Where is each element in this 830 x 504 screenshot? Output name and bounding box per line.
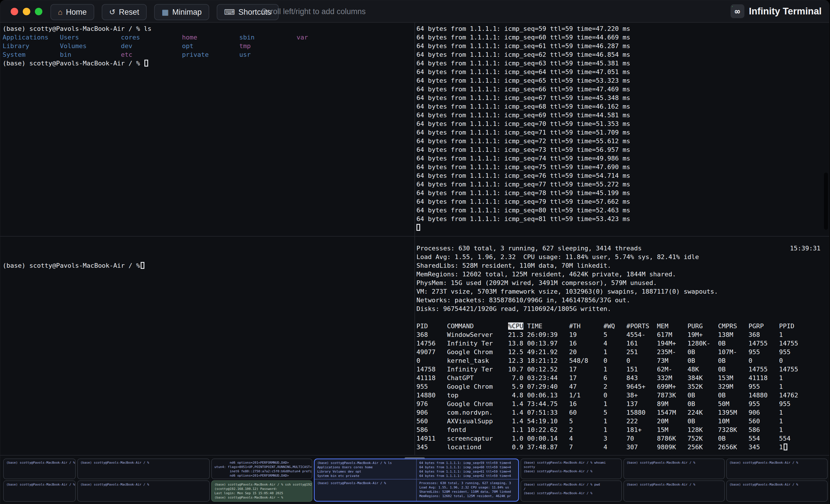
terminal-pane-top[interactable]: 15:39:31 Processes: 630 total, 3 running… bbox=[416, 244, 829, 451]
minimap-line: (base) scotty@Pavols-MacBook-Air / % bbox=[317, 481, 414, 485]
ping-line: 64 bytes from 1.1.1.1: icmp_seq=64 ttl=5… bbox=[416, 68, 829, 76]
close-button[interactable] bbox=[11, 8, 18, 15]
sort-column-cpu[interactable]: %CPU bbox=[508, 322, 523, 330]
process-row: 906 com.nordvpn. 1.4 07:51:33 60 5 15880… bbox=[416, 408, 829, 417]
prompt-line: (base) scotty@Pavols-MacBook-Air / % bbox=[3, 59, 412, 68]
terminal-cursor bbox=[784, 443, 787, 450]
minimap-line: 64 bytes from 1.1.1.1: icmp_seq=61 ttl=5… bbox=[419, 469, 516, 474]
process-row: 586 fontd 1.1 10:22.62 2 1 181+ 15M 128K… bbox=[416, 426, 829, 434]
blank-line bbox=[416, 313, 829, 322]
minimap-pane[interactable]: Processes: 630 total, 3 running, 627 sle… bbox=[417, 479, 518, 500]
ping-line: 64 bytes from 1.1.1.1: icmp_seq=69 ttl=5… bbox=[416, 111, 829, 120]
shortcuts-icon: ⌨ bbox=[224, 8, 235, 17]
right-row-divider[interactable] bbox=[415, 236, 829, 237]
brand: › ∞ Infinity Terminal bbox=[731, 4, 822, 18]
reset-button[interactable]: ↺Reset bbox=[102, 4, 147, 20]
minimap-line: (base) scotty@Pavols-MacBook-Air / % bbox=[81, 461, 206, 465]
minimap-line: (base) scotty@Pavols-MacBook-Air / % bbox=[729, 461, 825, 465]
toolbar-buttons: ⌂Home↺Reset▦Minimap⌨Shortcuts bbox=[51, 4, 279, 20]
minimap-column: (base) scotty@Pavols-MacBook-Air / % who… bbox=[520, 459, 622, 502]
minimap-line: nd6 options=201<PERFORMNUD,DAD> bbox=[215, 473, 309, 478]
top-clock: 15:39:31 bbox=[790, 244, 821, 253]
minimap-pane[interactable]: (base) scotty@Pavols-MacBook-Air / % bbox=[726, 480, 828, 502]
header-left: PID COMMAND bbox=[416, 322, 508, 330]
ls-entry-bin: bin bbox=[60, 51, 121, 58]
toolbar: ⌂Home↺Reset▦Minimap⌨Shortcuts Scroll lef… bbox=[0, 0, 829, 23]
left-row-divider[interactable] bbox=[0, 236, 414, 237]
minimap-line: Library Volumes dev opt bbox=[317, 469, 414, 474]
minimap-pane[interactable]: (base) scotty@Pavols-MacBook-Air / % pwd… bbox=[520, 480, 622, 502]
process-row: 14880 top 4.8 00:06.13 1/1 0 38+ 7873K 0… bbox=[416, 391, 829, 400]
minimize-button[interactable] bbox=[23, 8, 30, 15]
ls-entry-Applications: Applications bbox=[3, 34, 60, 41]
home-label: Home bbox=[66, 8, 87, 17]
process-table-header[interactable]: PID COMMAND %CPU TIME #TH #WQ #PORTS MEM… bbox=[416, 322, 829, 330]
minimap-label: Minimap bbox=[172, 8, 202, 17]
terminal-cursor bbox=[416, 224, 420, 231]
minimap-pane[interactable]: (base) scotty@Pavols-MacBook-Air / % bbox=[3, 459, 76, 479]
minimap-pane[interactable]: nd6 options=201<PERFORMNUD,DAD>utun4: fl… bbox=[211, 459, 312, 479]
minimap-line: Last login: Mon Sep 15 15:05:40 2025 bbox=[215, 491, 309, 495]
minimap-pane[interactable]: (base) scotty@Pavols-MacBook-Air / % bbox=[726, 459, 828, 479]
ping-line: 64 bytes from 1.1.1.1: icmp_seq=73 ttl=5… bbox=[416, 146, 829, 154]
home-button[interactable]: ⌂Home bbox=[51, 4, 94, 20]
scrollbar-thumb[interactable] bbox=[824, 172, 828, 230]
zoom-button[interactable] bbox=[35, 8, 42, 15]
minimap-pane[interactable]: (base) scotty@Pavols-MacBook-Air / % bbox=[77, 459, 210, 479]
prompt-text: (base) scotty@Pavols-MacBook-Air / % bbox=[3, 262, 140, 269]
top-summary-line: Processes: 630 total, 3 running, 627 sle… bbox=[416, 244, 829, 253]
ping-line: 64 bytes from 1.1.1.1: icmp_seq=70 ttl=5… bbox=[416, 120, 829, 128]
ls-entry-Library: Library bbox=[3, 42, 60, 50]
minimap-line: (base) scotty@Pavols-MacBook-Air / % bbox=[6, 482, 73, 487]
minimap-pane[interactable]: (base) scotty@Pavols-MacBook-Air / % bbox=[77, 480, 210, 502]
minimap-pane[interactable]: (base) scotty@Pavols-MacBook-Air / % bbox=[624, 480, 725, 502]
minimap-column: (base) scotty@Pavols-MacBook-Air / %(bas… bbox=[624, 459, 725, 502]
ping-line: 64 bytes from 1.1.1.1: icmp_seq=68 ttl=5… bbox=[416, 102, 829, 111]
ping-line: 64 bytes from 1.1.1.1: icmp_seq=59 ttl=5… bbox=[416, 25, 829, 33]
ping-line: 64 bytes from 1.1.1.1: icmp_seq=66 ttl=5… bbox=[416, 85, 829, 94]
scroll-hint: Scroll left/right to add columns bbox=[261, 7, 366, 16]
ping-line: 64 bytes from 1.1.1.1: icmp_seq=71 ttl=5… bbox=[416, 128, 829, 137]
minimap-line: (base) scotty@Pavols-MacBook-Air / % who… bbox=[524, 461, 619, 465]
ping-line: 64 bytes from 1.1.1.1: icmp_seq=60 ttl=5… bbox=[416, 33, 829, 42]
minimap-pane[interactable]: (base) scotty@Pavols-MacBook-Air / % who… bbox=[520, 459, 622, 479]
process-row: 41118 ChatGPT 7.0 03:23:44 17 6 843 332M… bbox=[416, 374, 829, 382]
minimap-column: (base) scotty@Pavols-MacBook-Air / %(bas… bbox=[77, 459, 210, 502]
ls-entry-cores: cores bbox=[121, 34, 182, 41]
terminal-pane-idle[interactable]: (base) scotty@Pavols-MacBook-Air / % bbox=[3, 244, 412, 287]
minimap-pane[interactable]: (base) scotty@Pavols-MacBook-Air / % ssh… bbox=[211, 480, 312, 502]
top-summary-line: MemRegions: 12602 total, 125M resident, … bbox=[416, 270, 829, 279]
minimap-line: (base) scotty@Pavols-MacBook-Air / % bbox=[627, 461, 722, 465]
minimap-pane[interactable]: 64 bytes from 1.1.1.1: icmp_seq=59 ttl=5… bbox=[417, 459, 518, 479]
minimap-active-group[interactable]: (base) scotty@Pavols-MacBook-Air / % lsA… bbox=[314, 459, 519, 502]
ping-line: 64 bytes from 1.1.1.1: icmp_seq=80 ttl=5… bbox=[416, 206, 829, 215]
minimap-pane[interactable]: (base) scotty@Pavols-MacBook-Air / % bbox=[624, 459, 725, 479]
ping-line: 64 bytes from 1.1.1.1: icmp_seq=63 ttl=5… bbox=[416, 59, 829, 68]
minimap-line: Load Avg: 1.55, 1.96, 2.32 CPU usage: 11… bbox=[419, 485, 516, 490]
ls-row: Applications Users cores home sbin var bbox=[3, 33, 412, 42]
terminal-cursor bbox=[145, 60, 148, 67]
minimap-icon: ▦ bbox=[162, 8, 169, 17]
minimap-pane[interactable]: (base) scotty@Pavols-MacBook-Air / % bbox=[3, 480, 76, 502]
minimap-line: (base) scotty@Pavols-MacBook-Air / % ls bbox=[317, 461, 414, 465]
minimap-pane[interactable]: (base) scotty@Pavols-MacBook-Air / % lsA… bbox=[315, 459, 416, 479]
infinity-terminal-window: ⌂Home↺Reset▦Minimap⌨Shortcuts Scroll lef… bbox=[0, 0, 829, 504]
process-row: 14756 Infinity Ter 13.8 00:13.97 16 4 16… bbox=[416, 339, 829, 348]
ls-entry-etc: etc bbox=[121, 51, 182, 58]
ls-row: System bin etc private usr bbox=[3, 51, 412, 59]
column-divider[interactable] bbox=[414, 23, 415, 455]
minimap-button[interactable]: ▦Minimap bbox=[154, 4, 209, 20]
ping-line: 64 bytes from 1.1.1.1: icmp_seq=74 ttl=5… bbox=[416, 154, 829, 163]
home-icon: ⌂ bbox=[58, 8, 63, 17]
top-summary-line: Disks: 96754421/1920G read, 71106924/180… bbox=[416, 305, 829, 313]
terminal-pane-ls[interactable]: (base) scotty@Pavols-MacBook-Air / % lsA… bbox=[3, 25, 412, 68]
minimap-active-column: (base) scotty@Pavols-MacBook-Air / % lsA… bbox=[315, 459, 416, 501]
minimap-columns: (base) scotty@Pavols-MacBook-Air / %(bas… bbox=[3, 459, 828, 502]
minimap-line: (scotty@192.168.100.12) Password: bbox=[215, 487, 309, 491]
terminal-pane-ping[interactable]: 64 bytes from 1.1.1.1: icmp_seq=59 ttl=5… bbox=[416, 25, 829, 232]
minimap-active-column: 64 bytes from 1.1.1.1: icmp_seq=59 ttl=5… bbox=[416, 459, 518, 501]
prompt-text: (base) scotty@Pavols-MacBook-Air / % bbox=[3, 60, 144, 67]
minimap-line: Processes: 630 total, 3 running, 627 sle… bbox=[419, 481, 516, 485]
minimap-pane[interactable]: (base) scotty@Pavols-MacBook-Air / % bbox=[315, 479, 416, 500]
ls-row: Library Volumes dev opt tmp bbox=[3, 42, 412, 51]
